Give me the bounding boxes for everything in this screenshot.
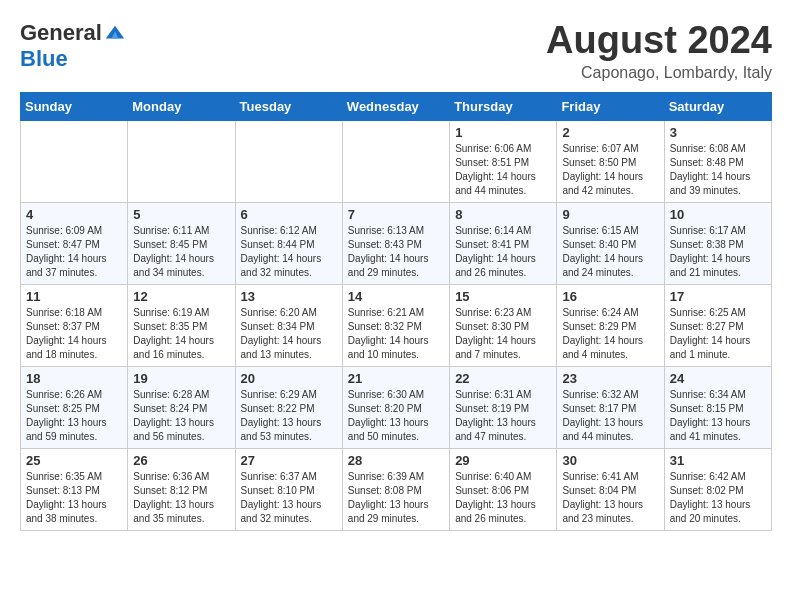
day-info: Sunrise: 6:40 AM Sunset: 8:06 PM Dayligh… — [455, 470, 551, 526]
day-info: Sunrise: 6:34 AM Sunset: 8:15 PM Dayligh… — [670, 388, 766, 444]
day-info: Sunrise: 6:30 AM Sunset: 8:20 PM Dayligh… — [348, 388, 444, 444]
day-info: Sunrise: 6:36 AM Sunset: 8:12 PM Dayligh… — [133, 470, 229, 526]
calendar-cell: 30Sunrise: 6:41 AM Sunset: 8:04 PM Dayli… — [557, 448, 664, 530]
calendar-cell: 11Sunrise: 6:18 AM Sunset: 8:37 PM Dayli… — [21, 284, 128, 366]
calendar-cell: 21Sunrise: 6:30 AM Sunset: 8:20 PM Dayli… — [342, 366, 449, 448]
logo: General Blue — [20, 20, 126, 72]
day-info: Sunrise: 6:24 AM Sunset: 8:29 PM Dayligh… — [562, 306, 658, 362]
calendar-cell: 8Sunrise: 6:14 AM Sunset: 8:41 PM Daylig… — [450, 202, 557, 284]
calendar-cell: 22Sunrise: 6:31 AM Sunset: 8:19 PM Dayli… — [450, 366, 557, 448]
logo-general-text: General — [20, 20, 102, 46]
day-number: 10 — [670, 207, 766, 222]
calendar-cell: 6Sunrise: 6:12 AM Sunset: 8:44 PM Daylig… — [235, 202, 342, 284]
day-number: 6 — [241, 207, 337, 222]
calendar-header-day: Friday — [557, 92, 664, 120]
calendar-cell: 28Sunrise: 6:39 AM Sunset: 8:08 PM Dayli… — [342, 448, 449, 530]
calendar-header-day: Sunday — [21, 92, 128, 120]
day-number: 23 — [562, 371, 658, 386]
day-info: Sunrise: 6:17 AM Sunset: 8:38 PM Dayligh… — [670, 224, 766, 280]
calendar-week-row: 4Sunrise: 6:09 AM Sunset: 8:47 PM Daylig… — [21, 202, 772, 284]
day-number: 15 — [455, 289, 551, 304]
calendar-cell: 14Sunrise: 6:21 AM Sunset: 8:32 PM Dayli… — [342, 284, 449, 366]
day-info: Sunrise: 6:26 AM Sunset: 8:25 PM Dayligh… — [26, 388, 122, 444]
day-info: Sunrise: 6:32 AM Sunset: 8:17 PM Dayligh… — [562, 388, 658, 444]
day-number: 25 — [26, 453, 122, 468]
day-info: Sunrise: 6:28 AM Sunset: 8:24 PM Dayligh… — [133, 388, 229, 444]
calendar-cell: 7Sunrise: 6:13 AM Sunset: 8:43 PM Daylig… — [342, 202, 449, 284]
day-info: Sunrise: 6:41 AM Sunset: 8:04 PM Dayligh… — [562, 470, 658, 526]
day-info: Sunrise: 6:19 AM Sunset: 8:35 PM Dayligh… — [133, 306, 229, 362]
location: Caponago, Lombardy, Italy — [546, 64, 772, 82]
day-number: 2 — [562, 125, 658, 140]
day-number: 12 — [133, 289, 229, 304]
day-number: 31 — [670, 453, 766, 468]
day-info: Sunrise: 6:11 AM Sunset: 8:45 PM Dayligh… — [133, 224, 229, 280]
calendar-cell: 1Sunrise: 6:06 AM Sunset: 8:51 PM Daylig… — [450, 120, 557, 202]
day-info: Sunrise: 6:06 AM Sunset: 8:51 PM Dayligh… — [455, 142, 551, 198]
calendar-header-day: Saturday — [664, 92, 771, 120]
page-header: General Blue August 2024 Caponago, Lomba… — [20, 20, 772, 82]
calendar-cell: 12Sunrise: 6:19 AM Sunset: 8:35 PM Dayli… — [128, 284, 235, 366]
calendar-cell: 20Sunrise: 6:29 AM Sunset: 8:22 PM Dayli… — [235, 366, 342, 448]
logo-blue-text: Blue — [20, 46, 68, 72]
day-info: Sunrise: 6:14 AM Sunset: 8:41 PM Dayligh… — [455, 224, 551, 280]
day-number: 7 — [348, 207, 444, 222]
day-number: 3 — [670, 125, 766, 140]
day-info: Sunrise: 6:25 AM Sunset: 8:27 PM Dayligh… — [670, 306, 766, 362]
calendar-cell — [342, 120, 449, 202]
calendar-cell — [21, 120, 128, 202]
calendar-cell: 27Sunrise: 6:37 AM Sunset: 8:10 PM Dayli… — [235, 448, 342, 530]
day-info: Sunrise: 6:20 AM Sunset: 8:34 PM Dayligh… — [241, 306, 337, 362]
calendar-week-row: 11Sunrise: 6:18 AM Sunset: 8:37 PM Dayli… — [21, 284, 772, 366]
calendar-header-day: Wednesday — [342, 92, 449, 120]
calendar-week-row: 18Sunrise: 6:26 AM Sunset: 8:25 PM Dayli… — [21, 366, 772, 448]
calendar-cell: 5Sunrise: 6:11 AM Sunset: 8:45 PM Daylig… — [128, 202, 235, 284]
day-number: 26 — [133, 453, 229, 468]
calendar-header-day: Thursday — [450, 92, 557, 120]
day-number: 30 — [562, 453, 658, 468]
day-info: Sunrise: 6:35 AM Sunset: 8:13 PM Dayligh… — [26, 470, 122, 526]
day-info: Sunrise: 6:21 AM Sunset: 8:32 PM Dayligh… — [348, 306, 444, 362]
day-number: 29 — [455, 453, 551, 468]
month-title: August 2024 — [546, 20, 772, 62]
calendar-cell: 25Sunrise: 6:35 AM Sunset: 8:13 PM Dayli… — [21, 448, 128, 530]
day-number: 18 — [26, 371, 122, 386]
calendar-header-day: Tuesday — [235, 92, 342, 120]
calendar-cell: 17Sunrise: 6:25 AM Sunset: 8:27 PM Dayli… — [664, 284, 771, 366]
day-number: 16 — [562, 289, 658, 304]
day-number: 27 — [241, 453, 337, 468]
day-number: 5 — [133, 207, 229, 222]
day-info: Sunrise: 6:31 AM Sunset: 8:19 PM Dayligh… — [455, 388, 551, 444]
calendar-week-row: 25Sunrise: 6:35 AM Sunset: 8:13 PM Dayli… — [21, 448, 772, 530]
day-info: Sunrise: 6:18 AM Sunset: 8:37 PM Dayligh… — [26, 306, 122, 362]
calendar-cell: 16Sunrise: 6:24 AM Sunset: 8:29 PM Dayli… — [557, 284, 664, 366]
calendar-cell: 4Sunrise: 6:09 AM Sunset: 8:47 PM Daylig… — [21, 202, 128, 284]
calendar-cell: 15Sunrise: 6:23 AM Sunset: 8:30 PM Dayli… — [450, 284, 557, 366]
day-number: 21 — [348, 371, 444, 386]
day-info: Sunrise: 6:39 AM Sunset: 8:08 PM Dayligh… — [348, 470, 444, 526]
day-number: 28 — [348, 453, 444, 468]
calendar-cell: 10Sunrise: 6:17 AM Sunset: 8:38 PM Dayli… — [664, 202, 771, 284]
calendar-cell: 19Sunrise: 6:28 AM Sunset: 8:24 PM Dayli… — [128, 366, 235, 448]
day-number: 24 — [670, 371, 766, 386]
day-number: 20 — [241, 371, 337, 386]
day-info: Sunrise: 6:42 AM Sunset: 8:02 PM Dayligh… — [670, 470, 766, 526]
calendar-cell: 23Sunrise: 6:32 AM Sunset: 8:17 PM Dayli… — [557, 366, 664, 448]
calendar-week-row: 1Sunrise: 6:06 AM Sunset: 8:51 PM Daylig… — [21, 120, 772, 202]
calendar-cell: 29Sunrise: 6:40 AM Sunset: 8:06 PM Dayli… — [450, 448, 557, 530]
day-info: Sunrise: 6:23 AM Sunset: 8:30 PM Dayligh… — [455, 306, 551, 362]
day-info: Sunrise: 6:12 AM Sunset: 8:44 PM Dayligh… — [241, 224, 337, 280]
calendar-cell: 31Sunrise: 6:42 AM Sunset: 8:02 PM Dayli… — [664, 448, 771, 530]
day-number: 22 — [455, 371, 551, 386]
day-number: 17 — [670, 289, 766, 304]
calendar-cell — [128, 120, 235, 202]
day-number: 9 — [562, 207, 658, 222]
calendar-cell: 13Sunrise: 6:20 AM Sunset: 8:34 PM Dayli… — [235, 284, 342, 366]
day-info: Sunrise: 6:29 AM Sunset: 8:22 PM Dayligh… — [241, 388, 337, 444]
day-number: 8 — [455, 207, 551, 222]
day-number: 1 — [455, 125, 551, 140]
calendar-cell — [235, 120, 342, 202]
calendar-header-day: Monday — [128, 92, 235, 120]
calendar-cell: 18Sunrise: 6:26 AM Sunset: 8:25 PM Dayli… — [21, 366, 128, 448]
calendar-cell: 24Sunrise: 6:34 AM Sunset: 8:15 PM Dayli… — [664, 366, 771, 448]
